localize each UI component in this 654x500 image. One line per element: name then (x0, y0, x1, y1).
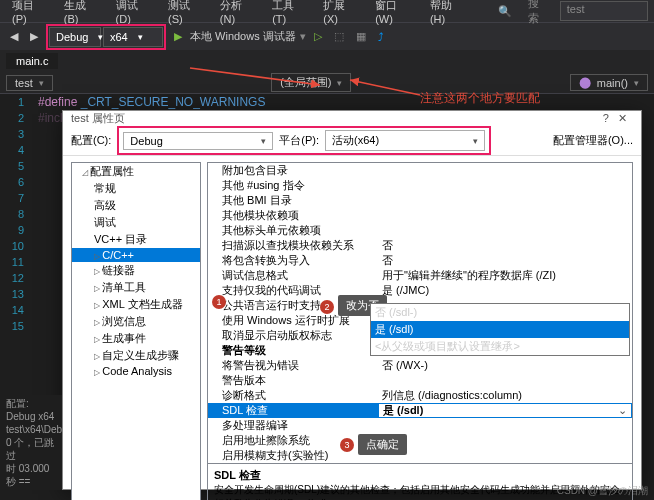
toolbar-icon[interactable]: ⤴ (374, 29, 388, 45)
dialog-titlebar: test 属性页 ? ✕ (63, 111, 641, 126)
menu-item[interactable]: 项目(P) (6, 0, 54, 25)
document-tabs: main.c (0, 50, 654, 72)
menu-item[interactable]: 工具(T) (266, 0, 313, 25)
menu-item[interactable]: 分析(N) (214, 0, 262, 25)
search-label: 搜索 (522, 0, 555, 26)
tree-root[interactable]: 配置属性 (72, 163, 200, 180)
runner-label[interactable]: 本地 Windows 调试器 (190, 29, 296, 44)
toolbar-icon[interactable]: ▦ (352, 28, 370, 45)
menu-item[interactable]: 调试(D) (110, 0, 158, 25)
dropdown-option-highlighted[interactable]: 是 (/sdl) (371, 321, 629, 338)
dropdown-option[interactable]: <从父级或项目默认设置继承> (371, 338, 629, 355)
config-select[interactable]: Debug (49, 27, 101, 47)
play-icon[interactable]: ▶ (170, 28, 186, 45)
platform-select[interactable]: x64 (103, 27, 163, 47)
toolbar: ◀ ▶ Debug x64 ▶ 本地 Windows 调试器 ▾ ▷ ⬚ ▦ ⤴ (0, 22, 654, 50)
dialog-title: test 属性页 (71, 111, 125, 126)
tree-item[interactable]: Code Analysis (72, 364, 200, 378)
annotation-red: 注意这两个地方要匹配 (420, 90, 540, 107)
menu-item[interactable]: 测试(S) (162, 0, 210, 25)
search-icon[interactable]: 🔍 (492, 5, 518, 18)
tree-item[interactable]: 链接器 (72, 262, 200, 279)
config-label: 配置(C): (71, 133, 111, 148)
tree-item[interactable]: 调试 (72, 214, 200, 231)
scope-dropdown[interactable]: (全局范围) (271, 73, 351, 92)
menu-item[interactable]: 扩展(X) (317, 0, 365, 25)
watermark: CSDN @雪汐の泪潮 (557, 484, 648, 498)
line-gutter: 123456789101112131415 (0, 94, 30, 184)
forward-icon[interactable]: ▶ (26, 28, 42, 45)
highlight-config-platform: Debug x64 (46, 24, 166, 50)
tree-item-selected[interactable]: C/C++ (72, 248, 200, 262)
tree-item[interactable]: 高级 (72, 197, 200, 214)
highlight-dialog-config: Debug 平台(P): 活动(x64) (117, 126, 491, 155)
platform-label: 平台(P): (279, 133, 319, 148)
function-dropdown[interactable]: ⬤ main() (570, 74, 648, 91)
tree-item[interactable]: 清单工具 (72, 279, 200, 296)
output-status: 配置: Debug x64 test\x64\Debug\test 0 个，已跳… (0, 395, 62, 490)
close-icon[interactable]: ✕ (612, 112, 633, 124)
dialog-platform-select[interactable]: 活动(x64) (325, 130, 485, 151)
badge-3: 3 (340, 438, 354, 452)
tree-item[interactable]: 浏览信息 (72, 313, 200, 330)
callout-click-ok: 点确定 (358, 434, 407, 455)
menu-item[interactable]: 生成(B) (58, 0, 106, 25)
nav-bar: test (全局范围) ⬤ main() (0, 72, 654, 94)
property-row-selected[interactable]: SDL 检查是 (/sdl) (208, 403, 632, 418)
tree-item[interactable]: VC++ 目录 (72, 231, 200, 248)
dialog-config-select[interactable]: Debug (123, 132, 273, 150)
sdl-value-dropdown[interactable]: 是 (/sdl) (378, 403, 632, 418)
sdl-dropdown-list[interactable]: 否 (/sdl-) 是 (/sdl) <从父级或项目默认设置继承> (370, 303, 630, 356)
play-no-debug-icon[interactable]: ▷ (310, 28, 326, 45)
category-tree[interactable]: 配置属性 常规 高级 调试 VC++ 目录 C/C++ 链接器 清单工具 XML… (71, 162, 201, 500)
tab-main-c[interactable]: main.c (6, 53, 58, 69)
dropdown-option[interactable]: 否 (/sdl-) (371, 304, 629, 321)
tree-item[interactable]: XML 文档生成器 (72, 296, 200, 313)
tree-item[interactable]: 常规 (72, 180, 200, 197)
tree-item[interactable]: 生成事件 (72, 330, 200, 347)
badge-2: 2 (320, 300, 334, 314)
config-manager-link[interactable]: 配置管理器(O)... (553, 133, 633, 148)
search-input[interactable]: test (560, 1, 648, 21)
toolbar-icon[interactable]: ⬚ (330, 28, 348, 45)
help-icon[interactable]: ? (603, 112, 609, 124)
menu-item[interactable]: 帮助(H) (424, 0, 472, 25)
tree-item[interactable]: 自定义生成步骤 (72, 347, 200, 364)
back-icon[interactable]: ◀ (6, 28, 22, 45)
menu-item[interactable]: 窗口(W) (369, 0, 420, 25)
main-menu: 项目(P) 生成(B) 调试(D) 测试(S) 分析(N) 工具(T) 扩展(X… (0, 0, 654, 22)
badge-1: 1 (212, 295, 226, 309)
project-dropdown[interactable]: test (6, 75, 53, 91)
